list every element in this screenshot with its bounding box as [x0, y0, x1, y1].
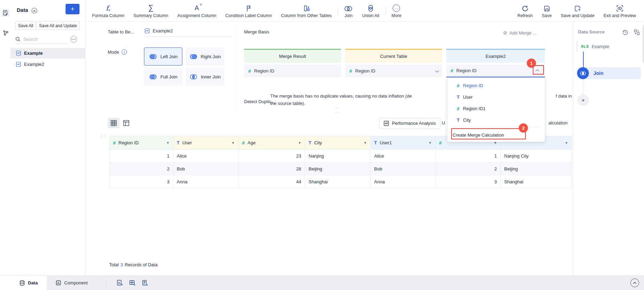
text-type-icon: T	[177, 140, 180, 145]
history-icon[interactable]	[622, 29, 628, 35]
add-dashboard-icon[interactable]	[129, 280, 136, 287]
info-icon[interactable]: i	[122, 49, 127, 55]
more-icon: …	[393, 3, 400, 12]
formula-column-button[interactable]: fx Formula Column	[88, 0, 129, 21]
top-toolbar: fx Formula Column ∑ Summary Column A= As…	[85, 0, 644, 22]
filter-caret-icon[interactable]: ▼	[232, 141, 235, 145]
dropdown-item-region-id1[interactable]: # Region ID1	[448, 103, 545, 114]
left-join-button[interactable]: Left Join	[144, 47, 182, 66]
filter-caret-icon[interactable]: ▼	[364, 141, 367, 145]
sidebar-item-label: Example2	[24, 62, 44, 67]
data-table: #Region ID▼ TUser▼ #Age▼ TCity▼ TUser1▼ …	[109, 136, 572, 188]
condition-label-column-button[interactable]: Condition Label Column	[221, 0, 276, 21]
sidebar-item-example2[interactable]: Example2	[10, 59, 85, 70]
filter-caret-icon[interactable]: ▼	[166, 141, 169, 145]
sidebar-item-label: Example	[24, 51, 43, 56]
number-type-icon: #	[457, 83, 460, 89]
more-button[interactable]: … More	[387, 0, 406, 21]
add-table-button[interactable]: +	[66, 4, 79, 14]
join-venn-icon	[344, 3, 353, 12]
add-chart-icon[interactable]	[116, 280, 123, 287]
join-node[interactable]: Join	[577, 67, 641, 79]
switch-layout-icon[interactable]	[634, 29, 640, 35]
save-icon	[544, 3, 550, 12]
relation-view-icon[interactable]	[2, 29, 9, 37]
number-type-icon: #	[457, 106, 460, 112]
filter-caret-icon[interactable]: ▼	[429, 141, 432, 145]
table-resize-handle[interactable]: ⋮⋮	[99, 134, 108, 138]
annotation-badge-2: 2	[519, 123, 528, 132]
performance-analysis-button[interactable]: Performance Analysis	[379, 118, 440, 129]
dropdown-item-user[interactable]: T User	[448, 91, 545, 103]
collapse-panel-icon[interactable]	[31, 8, 37, 14]
component-icon	[56, 280, 61, 285]
column-from-other-tables-button[interactable]: Column from Other Tables	[276, 0, 336, 21]
column-header[interactable]: #Age▼	[238, 136, 305, 150]
tab-data[interactable]: Data	[10, 276, 47, 290]
right-join-button[interactable]: Right Join	[186, 47, 224, 66]
table-to-be-select[interactable]: Example2	[144, 27, 231, 37]
dropdown-item-region-id[interactable]: # Region ID	[448, 80, 545, 91]
text-type-icon: T	[457, 117, 460, 123]
source-table-example[interactable]: XLS Example	[577, 41, 641, 52]
split-view-toggle[interactable]	[120, 118, 132, 128]
collapse-bottom-icon[interactable]	[630, 278, 639, 287]
split-view-icon	[123, 120, 129, 126]
union-all-icon	[368, 3, 374, 12]
inner-join-button[interactable]: Inner Join	[186, 68, 224, 86]
scrollbar[interactable]	[643, 25, 644, 63]
search-options-icon[interactable]: •••	[70, 36, 77, 43]
column-header[interactable]: TUser1▼	[371, 136, 435, 150]
tab-component[interactable]: Component	[47, 276, 97, 290]
annotation-badge-1: 1	[527, 59, 536, 68]
search-box	[15, 35, 68, 44]
text-type-icon: T	[309, 140, 311, 145]
summary-column-button[interactable]: ∑ Summary Column	[129, 0, 173, 21]
detect-text-fragment: f data in	[556, 93, 572, 99]
search-input[interactable]	[23, 37, 60, 42]
chevron-down-icon	[435, 68, 439, 72]
number-type-icon: #	[439, 140, 442, 146]
add-node-button[interactable]: +	[577, 94, 589, 106]
column-header[interactable]: TCity▼	[305, 136, 371, 150]
column-header[interactable]: #Region ID▼	[109, 136, 173, 150]
current-table-field[interactable]: # Region ID	[345, 64, 442, 77]
union-all-button[interactable]: Union All	[357, 0, 384, 21]
filter-caret-icon[interactable]: ▼	[298, 141, 301, 145]
search-icon	[15, 37, 21, 42]
save-and-update-button[interactable]: Save and Update	[556, 0, 599, 21]
join-button[interactable]: Join	[339, 0, 357, 21]
save-all-update-button[interactable]: Save All and Update	[36, 21, 80, 30]
full-join-button[interactable]: Full Join	[144, 68, 182, 86]
obscured-text-fragment-right: alculation	[548, 120, 568, 125]
filter-caret-icon[interactable]: ▼	[565, 141, 568, 145]
exit-and-preview-button[interactable]: Exit and Preview	[599, 0, 641, 21]
create-merge-calculation-button[interactable]: Create Merge Calculation 2	[448, 128, 545, 142]
assignment-icon: A=	[195, 3, 199, 12]
left-rail	[0, 0, 10, 275]
sidebar-item-example[interactable]: Example	[10, 48, 85, 59]
save-button[interactable]: Save	[537, 0, 556, 21]
table-row: 2 Bob 28 Beijing Bob 2 Beijing	[109, 162, 572, 175]
table-row: 1 Alice 23 Nanjing Alice 1 Nanjing City	[109, 150, 572, 162]
join-node-label: Join	[593, 70, 604, 76]
sidebar-title: Data	[17, 7, 28, 13]
column-header[interactable]: TUser▼	[173, 136, 238, 150]
assignment-column-button[interactable]: A= Assignment Column	[173, 0, 221, 21]
table-doc-icon	[145, 28, 150, 33]
dataset-panel-icon[interactable]	[2, 9, 9, 17]
add-report-icon[interactable]	[142, 280, 149, 287]
flow-connector	[583, 52, 584, 68]
merge-result-field[interactable]: # Region ID	[244, 64, 341, 77]
merge-field-dropdown: # Region ID T User # Region ID1 T City C…	[447, 77, 545, 142]
save-all-button[interactable]: Save All	[15, 21, 36, 30]
number-type-icon: #	[242, 140, 245, 146]
add-merge-button[interactable]: ⊘ Add Merge ...	[503, 30, 537, 36]
grid-view-toggle[interactable]	[108, 118, 120, 128]
table-doc-icon	[16, 51, 21, 56]
refresh-button[interactable]: Refresh	[513, 0, 537, 21]
dropdown-item-city[interactable]: T City	[448, 114, 545, 126]
table-to-be-label: Table to Be...	[108, 29, 134, 35]
panel-resize-handle[interactable]: ⋮⋮	[334, 106, 339, 115]
merge-column-result: Merge Result # Region ID	[244, 49, 341, 77]
